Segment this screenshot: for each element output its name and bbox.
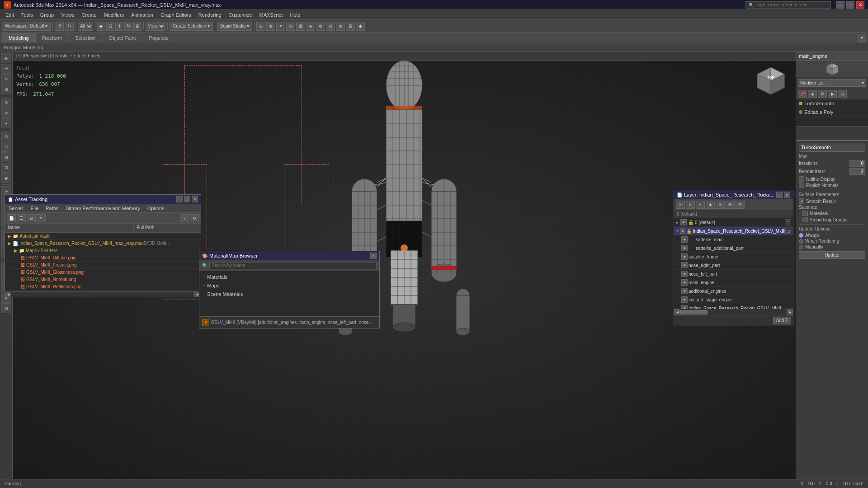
- ly-new-btn[interactable]: ✕: [676, 201, 685, 209]
- squid-studio-dropdown[interactable]: Squid Studio ▾: [217, 22, 253, 31]
- tb-btn-11[interactable]: ◉: [356, 22, 365, 31]
- layer-vis-sf[interactable]: 👁: [681, 253, 688, 260]
- rp-settings-btn[interactable]: ⚙: [818, 90, 827, 98]
- rp-more-btn[interactable]: ▶: [828, 90, 837, 98]
- tab-populate[interactable]: Populate: [142, 33, 175, 42]
- menu-tools[interactable]: Tools: [18, 11, 37, 19]
- asset-row-glossiness[interactable]: 🖼GSLV_MkIII_Glossiness.png: [5, 269, 201, 276]
- view-dropdown[interactable]: View: [146, 22, 165, 31]
- layer-row-additional-engines[interactable]: 👁 additional_engines: [674, 287, 793, 296]
- menu-create[interactable]: Create: [78, 11, 100, 19]
- ly-add-btn[interactable]: +: [696, 201, 705, 209]
- search-input[interactable]: [755, 2, 828, 7]
- move-button[interactable]: ✛: [115, 22, 123, 31]
- layer-vis-ae[interactable]: 👁: [681, 288, 688, 294]
- layer-row-sattelite-main[interactable]: 👁 sattelite_main: [674, 235, 793, 244]
- asset-row-normal[interactable]: 🖼GSLV_MkIII_Normal.png: [5, 276, 201, 283]
- ly-scroll-left[interactable]: ◀: [674, 309, 680, 315]
- mat-section-scene[interactable]: + Scene Materials: [201, 290, 377, 298]
- when-rendering-radio[interactable]: [799, 239, 803, 244]
- tb-btn-8[interactable]: ⊖: [326, 22, 335, 31]
- layers-body[interactable]: ▶ 👁 🔓 0 (default) □ ▼ 👁 🔓 Indian_Space_R…: [674, 218, 793, 309]
- asset-close-btn[interactable]: ✕: [192, 196, 198, 202]
- left-tool-particle[interactable]: ◉: [1, 173, 11, 183]
- asset-row-reflection[interactable]: 🖼GSLV_MkIII_Reflection.png: [5, 283, 201, 291]
- smooth-result-checkbox[interactable]: ✓: [799, 198, 804, 204]
- layer-row-sattelite-add[interactable]: 👁 sattelite_additional_part: [674, 244, 793, 253]
- tb-btn-10[interactable]: ⊞: [346, 22, 355, 31]
- layer-box-default[interactable]: □: [785, 219, 791, 225]
- asset-row-fresnel[interactable]: 🖼GSLV_MkIII_Fresnel.png: [5, 262, 201, 269]
- layer-box-main[interactable]: □: [785, 228, 791, 234]
- mat-section-maps[interactable]: + Maps: [201, 282, 377, 290]
- ly-delete-btn[interactable]: ✕: [686, 201, 695, 209]
- asset-row-vault[interactable]: ▶📁Autodesk Vault: [5, 233, 201, 240]
- layer-vis-main[interactable]: 👁: [680, 228, 686, 234]
- add-to-layer-btn[interactable]: Add T: [773, 317, 792, 324]
- update-button[interactable]: Update: [799, 251, 865, 259]
- asset-row-maps[interactable]: ▶📁Maps / Shaders: [5, 247, 201, 254]
- all-dropdown[interactable]: All: [78, 22, 93, 31]
- layer-row-sattelite-frame[interactable]: 👁 sattelite_frame: [674, 253, 793, 261]
- tb-btn-7[interactable]: ⊕: [316, 22, 325, 31]
- explicit-normals-checkbox[interactable]: [799, 183, 804, 188]
- asset-row-diffuse[interactable]: 🖼GSLV_MkIII_Diffuse.png: [5, 254, 201, 262]
- asset-row-main-file[interactable]: ▶📄Indian_Space_Research_Rocket_GSLV_MkII…: [5, 240, 201, 247]
- layer-row-indian-rocket[interactable]: 👁 Indian_Space_Research_Rocket_GSLV_MkII…: [674, 304, 793, 309]
- isoline-checkbox[interactable]: [799, 176, 804, 182]
- menu-edit[interactable]: Edit: [2, 11, 18, 19]
- modeling-tab-options[interactable]: ▾: [858, 34, 866, 42]
- close-button[interactable]: ✕: [856, 1, 864, 9]
- tab-selection[interactable]: Selection: [69, 33, 102, 42]
- tab-object-paint[interactable]: Object Paint: [103, 33, 143, 42]
- layer-vis-nr[interactable]: 👁: [681, 262, 688, 268]
- left-tool-extra5[interactable]: ⊠: [1, 303, 11, 313]
- layer-row-nose-left[interactable]: 👁 nose_left_part: [674, 270, 793, 278]
- tab-freeform[interactable]: Freeform: [36, 33, 69, 42]
- layer-row-main[interactable]: ▼ 👁 🔓 Indian_Space_Research_Rocket_GSLV_…: [674, 227, 793, 235]
- tb-btn-4[interactable]: ◎: [286, 22, 295, 31]
- at-settings-btn[interactable]: ⚙: [190, 214, 199, 222]
- layer-row-default[interactable]: ▶ 👁 🔓 0 (default) □: [674, 218, 793, 227]
- left-tool-space[interactable]: ⊡: [1, 163, 11, 173]
- create-selection-dropdown[interactable]: Create Selection ▾: [170, 22, 213, 31]
- tb-btn-6[interactable]: ◈: [306, 22, 315, 31]
- menu-maxscript[interactable]: MAXScript: [256, 11, 287, 19]
- search-box[interactable]: 🔍: [745, 1, 831, 9]
- layer-vis-ir[interactable]: 👁: [681, 305, 688, 309]
- hscroll-left[interactable]: ◀: [5, 292, 11, 297]
- asset-table-body[interactable]: ▶📁Autodesk Vault ▶📄Indian_Space_Research…: [5, 233, 201, 291]
- layer-row-nose-right[interactable]: 👁 nose_right_part: [674, 261, 793, 270]
- tb-btn-9[interactable]: ⊗: [336, 22, 345, 31]
- menu-views[interactable]: Views: [57, 11, 78, 19]
- at-tile-btn[interactable]: ⊞: [27, 214, 36, 222]
- material-close-btn[interactable]: ✕: [370, 253, 377, 259]
- menu-customize[interactable]: Customize: [225, 11, 256, 19]
- modifier-item-turbosmooth[interactable]: TurboSmooth: [796, 99, 868, 108]
- left-tool-shape[interactable]: ⬡: [1, 142, 11, 152]
- viewport-perspective-btn[interactable]: [+] [Perspective] [Realistic + Edged Fac…: [16, 53, 101, 58]
- select-obj-button[interactable]: ◈: [97, 22, 105, 31]
- rp-select-btn[interactable]: ◈: [808, 90, 817, 98]
- ly-hide-btn[interactable]: 👁: [726, 201, 735, 209]
- left-tool-select[interactable]: ◈: [1, 53, 11, 63]
- asset-minimize-btn[interactable]: —: [176, 196, 183, 202]
- render-iters-input[interactable]: [849, 168, 865, 175]
- ly-render-btn[interactable]: ⊞: [736, 201, 745, 209]
- layer-vis-sm[interactable]: 👁: [681, 236, 688, 243]
- tb-btn-3[interactable]: ✦: [276, 22, 285, 31]
- menu-modifiers[interactable]: Modifiers: [100, 11, 127, 19]
- ly-select-btn[interactable]: ◈: [706, 201, 715, 209]
- modifier-list-dropdown[interactable]: Modifier List ▾: [798, 79, 866, 87]
- left-tool-camera[interactable]: ⊗: [1, 108, 11, 118]
- rp-last-btn[interactable]: ⊞: [838, 90, 847, 98]
- menu-animation[interactable]: Animation: [127, 11, 157, 19]
- object-name-field[interactable]: main_engine: [796, 52, 868, 61]
- tab-modeling[interactable]: Modeling: [2, 33, 36, 42]
- maximize-button[interactable]: □: [846, 1, 854, 9]
- select-region-button[interactable]: ⊡: [106, 22, 114, 31]
- materials-checkbox[interactable]: [802, 211, 808, 216]
- tb-btn-2[interactable]: ⊗: [266, 22, 275, 31]
- asset-menu-file[interactable]: File: [27, 205, 42, 212]
- layer-vis-default[interactable]: 👁: [680, 219, 687, 225]
